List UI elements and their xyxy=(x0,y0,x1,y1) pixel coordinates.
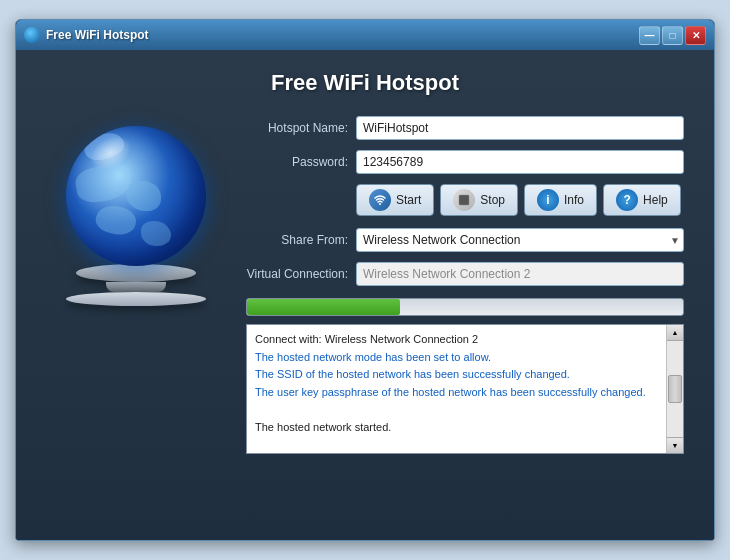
svg-point-0 xyxy=(379,203,381,205)
log-line-5 xyxy=(255,401,663,419)
wifi-icon xyxy=(369,189,391,211)
title-bar: Free WiFi Hotspot — □ ✕ xyxy=(16,20,714,50)
app-icon xyxy=(24,27,40,43)
stop-button[interactable]: Stop xyxy=(440,184,518,216)
help-label: Help xyxy=(643,193,668,207)
close-button[interactable]: ✕ xyxy=(685,26,706,45)
progress-bar-fill xyxy=(247,299,400,315)
info-button[interactable]: i Info xyxy=(524,184,597,216)
globe-highlight xyxy=(84,129,138,177)
main-area: Hotspot Name: Password: xyxy=(46,116,684,454)
maximize-button[interactable]: □ xyxy=(662,26,683,45)
right-panel: Hotspot Name: Password: xyxy=(246,116,684,454)
svg-rect-1 xyxy=(459,195,469,205)
progress-bar-container xyxy=(246,298,684,316)
share-from-label: Share From: xyxy=(246,233,356,247)
scroll-down-button[interactable]: ▼ xyxy=(667,437,683,453)
share-from-row: Share From: Wireless Network Connection … xyxy=(246,228,684,252)
share-select-wrapper: Wireless Network Connection Wireless Net… xyxy=(356,228,684,252)
globe-graphic xyxy=(66,126,206,266)
scroll-thumb[interactable] xyxy=(668,375,682,403)
log-area[interactable]: Connect with: Wireless Network Connectio… xyxy=(246,324,684,454)
help-icon: ? xyxy=(616,189,638,211)
app-title: Free WiFi Hotspot xyxy=(46,70,684,96)
log-scrollbar[interactable]: ▲ ▼ xyxy=(666,325,683,453)
title-bar-left: Free WiFi Hotspot xyxy=(24,27,149,43)
globe-platform xyxy=(66,292,206,306)
virtual-connection-row: Virtual Connection: xyxy=(246,262,684,286)
virtual-connection-label: Virtual Connection: xyxy=(246,267,356,281)
globe-container xyxy=(56,126,216,306)
password-row: Password: xyxy=(246,150,684,174)
start-label: Start xyxy=(396,193,421,207)
log-line-1: Connect with: Wireless Network Connectio… xyxy=(255,331,663,349)
stop-label: Stop xyxy=(480,193,505,207)
scroll-track xyxy=(667,341,683,437)
password-input[interactable] xyxy=(356,150,684,174)
log-line-4: The user key passphrase of the hosted ne… xyxy=(255,384,663,402)
scroll-up-button[interactable]: ▲ xyxy=(667,325,683,341)
window-title: Free WiFi Hotspot xyxy=(46,28,149,42)
title-buttons: — □ ✕ xyxy=(639,26,706,45)
log-line-3: The SSID of the hosted network has been … xyxy=(255,366,663,384)
globe-stand xyxy=(106,282,166,292)
globe-area xyxy=(46,116,226,306)
action-buttons: Start Stop i Info xyxy=(356,184,684,216)
globe-land-1 xyxy=(126,181,161,211)
main-window: Free WiFi Hotspot — □ ✕ Free WiFi Hotspo… xyxy=(15,19,715,541)
info-label: Info xyxy=(564,193,584,207)
globe-land-3 xyxy=(141,221,171,246)
virtual-connection-input xyxy=(356,262,684,286)
start-button[interactable]: Start xyxy=(356,184,434,216)
minimize-button[interactable]: — xyxy=(639,26,660,45)
window-content: Free WiFi Hotspot xyxy=(16,50,714,540)
hotspot-name-input[interactable] xyxy=(356,116,684,140)
info-icon: i xyxy=(537,189,559,211)
hotspot-name-row: Hotspot Name: xyxy=(246,116,684,140)
globe-base xyxy=(76,264,196,282)
help-button[interactable]: ? Help xyxy=(603,184,681,216)
log-line-6: The hosted network started. xyxy=(255,419,663,437)
share-from-select[interactable]: Wireless Network Connection Wireless Net… xyxy=(356,228,684,252)
password-label: Password: xyxy=(246,155,356,169)
stop-icon xyxy=(453,189,475,211)
hotspot-name-label: Hotspot Name: xyxy=(246,121,356,135)
log-line-2: The hosted network mode has been set to … xyxy=(255,349,663,367)
